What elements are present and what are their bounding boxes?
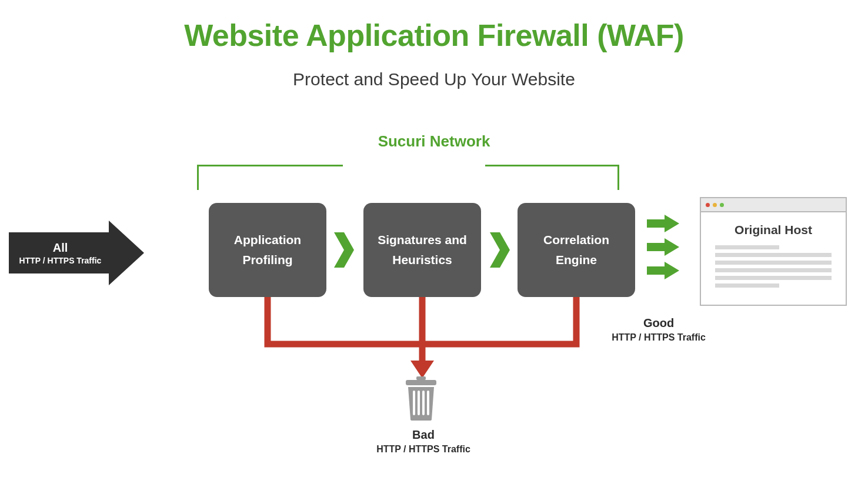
svg-rect-9 bbox=[406, 380, 436, 385]
diagram-subtitle: Protect and Speed Up Your Website bbox=[0, 69, 868, 89]
svg-rect-13 bbox=[427, 391, 429, 415]
node-label: Application Profiling bbox=[213, 230, 322, 269]
svg-rect-10 bbox=[413, 391, 415, 415]
output-arrows bbox=[647, 215, 679, 279]
bracket-right bbox=[485, 165, 619, 190]
svg-marker-7 bbox=[410, 361, 434, 378]
placeholder-line bbox=[715, 253, 832, 257]
input-arrow: All HTTP / HTTPS Traffic bbox=[9, 221, 144, 285]
browser-titlebar bbox=[701, 198, 846, 212]
good-line2: HTTP / HTTPS Traffic bbox=[600, 332, 717, 343]
placeholder-line bbox=[715, 283, 779, 288]
bad-line2: HTTP / HTTPS Traffic bbox=[329, 444, 518, 455]
original-host-window: Original Host bbox=[700, 197, 847, 306]
bad-line1: Bad bbox=[329, 428, 518, 442]
svg-marker-1 bbox=[334, 232, 354, 268]
arrow-right-icon bbox=[647, 215, 679, 232]
svg-rect-8 bbox=[416, 376, 426, 380]
placeholder-line bbox=[715, 268, 832, 272]
bad-traffic-flow bbox=[259, 297, 588, 379]
diagram-title: Website Application Firewall (WAF) bbox=[0, 18, 868, 53]
arrow-right-icon bbox=[647, 262, 679, 279]
arrow-right-icon bbox=[647, 238, 679, 256]
placeholder-line bbox=[715, 245, 779, 249]
svg-marker-3 bbox=[647, 215, 679, 232]
node-correlation-engine: Correlation Engine bbox=[518, 203, 635, 297]
svg-marker-5 bbox=[647, 262, 679, 279]
window-max-dot bbox=[720, 203, 724, 207]
input-arrow-line1: All bbox=[53, 240, 68, 255]
node-signatures-heuristics: Signatures and Heuristics bbox=[363, 203, 481, 297]
node-label: Correlation Engine bbox=[522, 230, 630, 269]
network-label: Sucuri Network bbox=[0, 132, 868, 151]
svg-rect-11 bbox=[418, 391, 420, 415]
chevron-icon bbox=[332, 232, 356, 268]
node-label: Signatures and Heuristics bbox=[368, 230, 476, 269]
svg-marker-2 bbox=[490, 232, 510, 268]
original-host-label: Original Host bbox=[715, 223, 832, 237]
svg-rect-12 bbox=[422, 391, 425, 415]
trash-icon bbox=[402, 376, 440, 421]
window-min-dot bbox=[713, 203, 717, 207]
bad-traffic-label: Bad HTTP / HTTPS Traffic bbox=[329, 428, 518, 455]
input-arrow-line2: HTTP / HTTPS Traffic bbox=[19, 255, 102, 266]
good-traffic-label: Good HTTP / HTTPS Traffic bbox=[600, 316, 717, 343]
chevron-icon bbox=[488, 232, 512, 268]
node-application-profiling: Application Profiling bbox=[209, 203, 326, 297]
bracket-left bbox=[197, 165, 343, 190]
good-line1: Good bbox=[600, 316, 717, 330]
svg-marker-4 bbox=[647, 238, 679, 256]
window-close-dot bbox=[706, 203, 710, 207]
placeholder-line bbox=[715, 276, 832, 280]
placeholder-line bbox=[715, 261, 832, 265]
